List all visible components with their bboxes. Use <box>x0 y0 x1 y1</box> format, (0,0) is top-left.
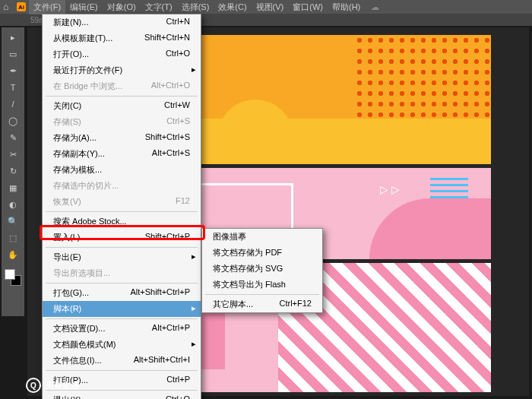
menubar: ⌂ Ai 文件(F) 编辑(E) 对象(O) 文字(T) 选择(S) 效果(C)… <box>0 0 532 14</box>
menu-item[interactable]: 存储为(A)...Shift+Ctrl+S <box>43 130 201 146</box>
menu-item[interactable]: 文档设置(D)...Alt+Ctrl+P <box>43 321 201 337</box>
menu-item[interactable]: 关闭(C)Ctrl+W <box>43 98 201 114</box>
brush-tool-icon[interactable]: ✎ <box>5 131 21 144</box>
watermark: Q 天奇生活 <box>26 378 79 393</box>
menu-item[interactable]: 置入(L)...Shift+Ctrl+P <box>43 230 201 245</box>
dots-pattern <box>354 35 491 126</box>
artboard-tool-icon[interactable]: ▭ <box>5 47 21 61</box>
menu-item[interactable]: 从模板新建(T)...Shift+Ctrl+N <box>43 30 201 46</box>
grid-tool-icon[interactable]: ▦ <box>5 181 21 195</box>
scripts-submenu: 图像描摹将文档存储为 PDF将文档存储为 SVG将文档导出为 Flash其它脚本… <box>201 228 323 313</box>
cloud-icon[interactable]: ☁ <box>371 2 379 12</box>
menu-item[interactable]: 打包(G)...Alt+Shift+Ctrl+P <box>43 285 201 301</box>
tools-panel: ▸ ▭ ✒ T / ◯ ✎ ✂ ↻ ▦ ◐ 🔍 ⬚ ✋ <box>2 27 24 316</box>
menu-item[interactable]: 退出(X)Ctrl+Q <box>43 392 201 399</box>
submenu-item[interactable]: 图像描摹 <box>202 229 322 245</box>
triangle-icon: ▷ ▷ <box>380 183 400 195</box>
menu-item[interactable]: 文件信息(I)...Alt+Shift+Ctrl+I <box>43 353 201 369</box>
submenu-item[interactable]: 其它脚本...Ctrl+F12 <box>202 296 322 312</box>
menu-item[interactable]: 新建(N)...Ctrl+N <box>43 14 201 30</box>
watermark-logo-icon: Q <box>26 378 41 393</box>
menu-item: 恢复(V)F12 <box>43 194 201 210</box>
file-dropdown: 新建(N)...Ctrl+N从模板新建(T)...Shift+Ctrl+N打开(… <box>42 14 201 399</box>
home-icon[interactable]: ⌂ <box>3 2 8 12</box>
menu-item[interactable]: 存储副本(Y)...Alt+Ctrl+S <box>43 146 201 162</box>
scissors-tool-icon[interactable]: ✂ <box>5 147 21 161</box>
pen-tool-icon[interactable]: ✒ <box>5 64 21 78</box>
menu-item[interactable]: 存储为模板... <box>43 162 201 178</box>
slice-tool-icon[interactable]: ⬚ <box>5 231 21 245</box>
rotate-tool-icon[interactable]: ↻ <box>5 164 21 178</box>
menu-effect[interactable]: 效果(C) <box>214 0 251 14</box>
menu-object[interactable]: 对象(O) <box>103 0 141 14</box>
menu-item[interactable]: 导出(E) <box>43 249 201 265</box>
menu-item: 在 Bridge 中浏览...Alt+Ctrl+O <box>43 78 201 94</box>
menu-window[interactable]: 窗口(W) <box>288 0 328 14</box>
gradient-tool-icon[interactable]: ◐ <box>5 198 21 211</box>
type-tool-icon[interactable]: T <box>5 81 21 94</box>
menu-item[interactable]: 搜索 Adobe Stock... <box>43 214 201 230</box>
menu-help[interactable]: 帮助(H) <box>328 0 365 14</box>
menu-item[interactable]: 打开(O)...Ctrl+O <box>43 46 201 62</box>
color-swatch[interactable] <box>5 269 21 286</box>
menu-item[interactable]: 文档颜色模式(M) <box>43 337 201 353</box>
hand-tool-icon[interactable]: ✋ <box>5 248 21 261</box>
menu-file[interactable]: 文件(F) <box>29 0 65 14</box>
ellipse-tool-icon[interactable]: ◯ <box>5 114 21 128</box>
submenu-item[interactable]: 将文档导出为 Flash <box>202 277 322 293</box>
submenu-item[interactable]: 将文档存储为 PDF <box>202 245 322 261</box>
menu-edit[interactable]: 编辑(E) <box>65 0 103 14</box>
blue-stripes <box>430 176 468 198</box>
zoom-tool-icon[interactable]: 🔍 <box>5 214 21 228</box>
menu-view[interactable]: 视图(V) <box>252 0 289 14</box>
selection-tool-icon[interactable]: ▸ <box>5 30 21 44</box>
pink-blob <box>369 198 491 259</box>
menu-item: 导出所选项目... <box>43 265 201 281</box>
app-badge: Ai <box>17 2 26 11</box>
menu-select[interactable]: 选择(S) <box>177 0 214 14</box>
menu-item: 存储选中的切片... <box>43 178 201 194</box>
submenu-item[interactable]: 将文档存储为 SVG <box>202 261 322 277</box>
menu-item[interactable]: 脚本(R) <box>43 301 201 317</box>
menu-item[interactable]: 最近打开的文件(F) <box>43 62 201 78</box>
menu-type[interactable]: 文字(T) <box>141 0 177 14</box>
menu-item: 存储(S)Ctrl+S <box>43 114 201 130</box>
line-tool-icon[interactable]: / <box>5 97 21 111</box>
watermark-text: 天奇生活 <box>46 380 79 391</box>
